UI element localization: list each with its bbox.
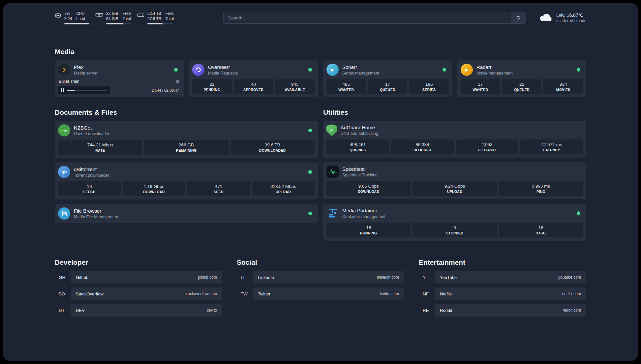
bookmark-abbr: YT (419, 275, 435, 280)
bookmark-link-stackoverflow[interactable]: StackOverflow stackoverflow.com (71, 288, 222, 300)
sonarr-icon: ▶ (326, 64, 339, 76)
bookmark-link-github[interactable]: Github github.com (71, 271, 222, 284)
service-card-sonarr[interactable]: ▶ Sonarr Series management 485 WANTED (323, 60, 452, 97)
stat-label: QUEUED (504, 88, 540, 92)
stat-box: 86,384 BLOCKED (391, 139, 454, 154)
bookmark-abbr: LI (237, 275, 253, 280)
memory-icon (95, 12, 103, 19)
plex-now-playing: Bullet Train ⚙ 24:44 / 02:06:47 (58, 79, 180, 94)
stat-value: 86,384 (392, 142, 452, 147)
service-card-qbittorrent[interactable]: qb qBittorrent Torrent downloader 16 LEE… (55, 163, 318, 199)
service-name: AdGuard Home (341, 125, 378, 131)
stat-box: 0.993 ms PING (499, 181, 583, 196)
status-dot (308, 170, 312, 174)
stat-label: DOWNLOADED (232, 148, 313, 152)
pause-button[interactable] (61, 88, 64, 92)
status-dot (308, 68, 312, 72)
memory-free-value: 22 GiB (106, 11, 118, 16)
stat-value: 0.993 ms (500, 184, 582, 189)
stat-box: 39.6 TB DOWNLOADED (230, 140, 315, 155)
stat-box: 618.52 Mbps UPLOAD (252, 181, 315, 196)
bookmark-link-linkedin[interactable]: LinkedIn linkedin.com (253, 271, 404, 284)
bookmark-abbr: RE (419, 308, 435, 313)
stat-box: 21 PENDING (192, 79, 232, 94)
service-subtitle: Series management (342, 71, 379, 76)
bookmark-abbr: TW (237, 291, 253, 296)
bookmark-url: linkedin.com (377, 275, 399, 280)
bookmark-name: Reddit (440, 308, 452, 313)
bookmark-abbr: SO (55, 291, 71, 296)
stat-label: STOPPED (414, 231, 495, 235)
cpu-percent: 7% (64, 11, 72, 16)
service-card-plex[interactable]: Plex Media server Bullet Train ⚙ (55, 60, 184, 97)
service-subtitle: Media Requests (208, 71, 238, 76)
service-card-portainer[interactable]: Media Portainer Container management 16 … (323, 204, 586, 241)
section-media: Media Plex Media server Bullet Tra (55, 48, 586, 97)
bookmark-name: DEV (76, 308, 85, 313)
section-title-developer: Developer (55, 258, 222, 266)
bookmark-name: Github (76, 275, 88, 280)
bookmark-link-netflix[interactable]: Netflix netflix.com (435, 288, 586, 300)
service-subtitle: Torrent downloader (74, 173, 109, 178)
service-card-adguard[interactable]: ✓ AdGuard Home DNS and adblocking 498,46… (323, 121, 586, 158)
plex-icon (58, 64, 70, 76)
stat-value: 47.571 ms (522, 142, 582, 147)
bookmark-name: Twitter (258, 291, 270, 296)
service-subtitle: Media File Management (74, 215, 118, 219)
cpu-label-bottom: Load (76, 16, 85, 22)
stat-label: RUNNING (328, 231, 409, 235)
service-subtitle: DNS and adblocking (341, 131, 378, 136)
bookmark-link-twitter[interactable]: Twitter twitter.com (253, 288, 404, 300)
stat-value: 0 (414, 225, 495, 230)
stat-label: BLOCKED (392, 148, 452, 152)
service-name: File Browser (74, 208, 118, 214)
disk-widget: 52.4 TB 97.9 TB Free Total (137, 11, 174, 24)
search-bar: G (223, 12, 526, 24)
stat-box: 0 STOPPED (412, 223, 497, 237)
stat-value: 9.65 Gbps (328, 184, 409, 189)
service-card-speedtest[interactable]: Speedtest Speedtest Tracking 9.65 Gbps D… (323, 162, 586, 199)
status-dot (577, 68, 580, 72)
cpu-widget: 7% 3.24 CPU Load (55, 11, 89, 24)
playback-transport (58, 86, 110, 94)
stat-box: 834 MOVIES (543, 79, 583, 94)
search-input[interactable] (223, 12, 511, 24)
portainer-icon (326, 207, 339, 219)
stat-label: PENDING (194, 88, 230, 92)
stat-box: 266 GB REMAINING (144, 140, 228, 155)
bookmark-group-developer: Developer GH Github github.com SO StackO… (55, 258, 222, 320)
bookmark-name: StackOverflow (76, 291, 104, 296)
stat-box: 16 LEECH (58, 181, 121, 196)
stat-label: MOVIES (545, 88, 582, 92)
memory-total-value: 64 GiB (106, 16, 118, 22)
overseerr-icon (192, 64, 204, 76)
dashboard: 7% 3.24 CPU Load (3, 3, 638, 361)
service-card-overseerr[interactable]: Overseerr Media Requests 21 PENDING 40 A… (189, 60, 318, 97)
stat-box: 16 RUNNING (326, 223, 411, 237)
topbar: 7% 3.24 CPU Load (3, 3, 638, 30)
playback-progress-bar[interactable] (67, 90, 107, 91)
bookmark-url: reddit.com (563, 308, 581, 313)
stat-box: 17 WANTED (461, 79, 500, 94)
stat-value: 39.6 TB (232, 142, 313, 147)
service-name: Plex (74, 64, 98, 70)
service-card-filebrowser[interactable]: File Browser Media File Management (55, 204, 318, 223)
stat-value: 1.19 Gbps (124, 184, 184, 189)
bookmark-row: GH Github github.com (55, 271, 222, 284)
cloud-icon (539, 13, 552, 23)
bookmark-link-youtube[interactable]: YouTube youtube.com (435, 271, 586, 284)
stat-box: 16 TOTAL (499, 223, 583, 237)
bookmark-link-reddit[interactable]: Reddit reddit.com (435, 304, 586, 317)
bookmark-name: YouTube (440, 275, 457, 280)
cpu-label-top: CPU (76, 11, 85, 16)
service-card-radarr[interactable]: ▶ Radarr Movie management 17 WANTED (457, 60, 586, 97)
stat-label: DOWNLOAD (124, 190, 184, 194)
disk-free-value: 52.4 TB (147, 11, 161, 16)
search-provider-button[interactable]: G (511, 12, 526, 24)
section-documents: Documents & Files nzbget NZBGet Usenet d… (55, 108, 318, 241)
service-card-nzbget[interactable]: nzbget NZBGet Usenet downloader 744.21 M… (55, 121, 318, 158)
service-name: Media Portainer (342, 208, 385, 214)
gear-icon[interactable]: ⚙ (175, 79, 180, 84)
stat-label: QUERIES (328, 148, 388, 152)
bookmark-link-dev[interactable]: DEV dev.to (71, 304, 222, 317)
